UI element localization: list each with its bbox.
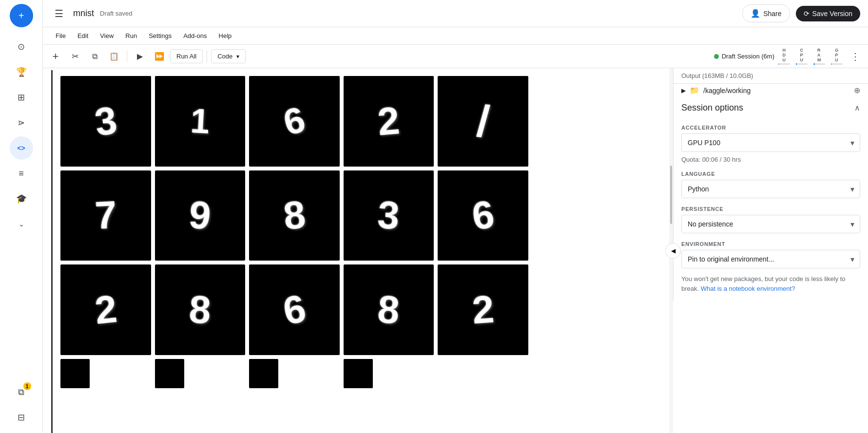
menu-settings[interactable]: Settings: [144, 30, 176, 41]
mnist-cell-2-2: 6: [249, 264, 340, 355]
mnist-cell-2-3: 8: [344, 264, 434, 355]
session-options: Session options ∧ ACCELERATOR GPU P100 N…: [674, 97, 868, 301]
search-icon: ⊙: [18, 41, 25, 52]
sidebar-item-layers[interactable]: ⧉ 1: [10, 380, 33, 404]
save-version-button[interactable]: ⟳ Save Version: [796, 6, 861, 21]
menu-file[interactable]: File: [51, 30, 71, 41]
left-sidebar: + ⊙ 🏆 ⊞ ⋗ <> ≡ 🎓 ⌄ ⧉ 1 ⊟: [0, 0, 43, 433]
session-options-collapse-button[interactable]: ∧: [854, 103, 860, 113]
pin-env-text: You won't get new packages, but your cod…: [681, 274, 860, 293]
paste-button[interactable]: 📋: [105, 48, 123, 65]
sidebar-item-trophy[interactable]: 🏆: [10, 60, 33, 84]
menu-run[interactable]: Run: [120, 30, 142, 41]
toolbar: + ✂ ⧉ 📋 ▶ ⏩ Run All Code ▾ Draft Session…: [43, 45, 868, 68]
chevron-down-icon: ▾: [236, 53, 239, 60]
menu-edit[interactable]: Edit: [73, 30, 93, 41]
language-dropdown[interactable]: Python R: [681, 180, 860, 198]
run-all-cells-button[interactable]: ⏩: [151, 48, 168, 65]
graph-icon: ⋗: [18, 117, 25, 128]
mnist-cell-1-1: 9: [155, 170, 246, 261]
toolbar-divider-1: [127, 51, 127, 62]
more-options-button[interactable]: ⋮: [847, 48, 864, 65]
trophy-icon: 🏆: [16, 67, 27, 77]
scroll-thumb[interactable]: [670, 166, 672, 224]
persistence-dropdown[interactable]: No persistence Files only Variables and …: [681, 215, 860, 233]
session-status-dot: [714, 54, 719, 59]
add-button[interactable]: +: [10, 4, 33, 27]
chevron-down-icon: ⌄: [19, 220, 24, 228]
layers-icon: ⧉: [18, 387, 24, 397]
mnist-digit-6c: 6: [280, 288, 309, 331]
hamburger-menu-icon[interactable]: ☰: [51, 4, 67, 23]
mnist-cell-0-1: 1: [155, 76, 246, 167]
mnist-cell-1-2: 8: [249, 170, 340, 261]
environment-help-link[interactable]: What is a notebook environment?: [701, 285, 795, 292]
mnist-digit-6b: 6: [470, 195, 497, 236]
quota-text: Quota: 00:06 / 30 hrs: [681, 156, 860, 163]
mnist-digit-2b: 2: [93, 289, 118, 330]
main-area: ☰ mnist Draft saved 👤 Share ⟳ Save Versi…: [43, 0, 868, 433]
run-all-button[interactable]: Run All: [170, 49, 203, 63]
file-tree-item-kaggle[interactable]: ▶ 📁 /kaggle/working ⊕: [674, 84, 868, 97]
gpu-indicator: GPU: [829, 48, 845, 65]
sidebar-item-search[interactable]: ⊙: [10, 35, 33, 58]
mnist-digit-8c: 8: [377, 290, 401, 330]
toolbar-divider-2: [207, 51, 207, 62]
accelerator-dropdown[interactable]: GPU P100 None GPU T4 x2 TPU VM v3-8: [681, 133, 860, 152]
session-indicator: Draft Session (6m): [714, 53, 774, 60]
sidebar-item-graph[interactable]: ⋗: [10, 111, 33, 134]
topbar: ☰ mnist Draft saved 👤 Share ⟳ Save Versi…: [43, 0, 868, 27]
persistence-label: PERSISTENCE: [681, 206, 860, 212]
sidebar-item-grid[interactable]: ⊞: [10, 86, 33, 109]
code-icon: <>: [17, 144, 25, 152]
grid-icon: ⊞: [18, 92, 25, 103]
run-cell-button[interactable]: ▶: [131, 48, 149, 65]
mnist-digit-2c: 2: [471, 290, 495, 330]
mnist-cell-2-1: 8: [155, 264, 246, 355]
mnist-cell-2-0: 2: [60, 264, 151, 355]
right-panel: Output (163MB / 10.0GB) ▶ 📁 /kaggle/work…: [673, 68, 868, 301]
persistence-dropdown-container: No persistence Files only Variables and …: [681, 215, 860, 233]
mnist-digit-3b: 3: [377, 195, 401, 236]
mnist-digit-2: 2: [376, 101, 401, 142]
sidebar-item-document[interactable]: ≡: [10, 162, 33, 185]
sidebar-item-learn[interactable]: 🎓: [10, 187, 33, 210]
menubar: File Edit View Run Settings Add-ons Help: [43, 27, 868, 45]
mnist-cell-2-4: 2: [438, 264, 528, 355]
cut-button[interactable]: ✂: [66, 48, 84, 65]
add-cell-button[interactable]: +: [47, 48, 64, 65]
menu-addons[interactable]: Add-ons: [178, 30, 212, 41]
ram-indicator: RAM: [811, 48, 827, 65]
draft-saved-status: Draft saved: [100, 10, 132, 17]
content-area: 3 1 6 2 / 7: [43, 68, 868, 433]
person-icon: 👤: [751, 9, 760, 18]
mnist-cell-0-0: 3: [60, 76, 151, 167]
sidebar-item-more[interactable]: ⌄: [10, 212, 33, 236]
mnist-digit-slash: /: [475, 99, 491, 144]
panel-expand-button[interactable]: ◀: [665, 243, 681, 259]
document-icon: ≡: [19, 169, 24, 179]
folder-icon: 📁: [690, 86, 699, 95]
language-dropdown-container: Python R: [681, 180, 860, 198]
notebook-content: 3 1 6 2 / 7: [53, 68, 669, 433]
menu-view[interactable]: View: [95, 30, 118, 41]
sidebar-item-code[interactable]: <>: [10, 136, 33, 160]
mnist-cell-1-0: 7: [60, 170, 151, 261]
environment-dropdown[interactable]: Pin to original environment... Always us…: [681, 250, 860, 268]
mnist-cell-0-3: 2: [344, 76, 434, 167]
mnist-digit-8b: 8: [188, 290, 212, 330]
sidebar-item-terminal[interactable]: ⊟: [10, 406, 33, 429]
mnist-digit-7: 7: [94, 195, 117, 235]
menu-help[interactable]: Help: [214, 30, 237, 41]
session-options-title: Session options: [681, 103, 743, 113]
share-button[interactable]: 👤 Share: [742, 4, 790, 22]
learn-icon: 🎓: [16, 193, 27, 204]
copy-button[interactable]: ⧉: [86, 48, 103, 65]
mnist-cell-3-1: [155, 359, 184, 388]
cell-type-dropdown[interactable]: Code ▾: [211, 49, 246, 63]
environment-label: ENVIRONMENT: [681, 241, 860, 247]
hdu-indicator: HDU: [776, 48, 792, 65]
folder-expand-arrow[interactable]: ▶: [681, 87, 686, 94]
file-action-icon[interactable]: ⊕: [854, 86, 860, 95]
mnist-cell-1-3: 3: [344, 170, 434, 261]
